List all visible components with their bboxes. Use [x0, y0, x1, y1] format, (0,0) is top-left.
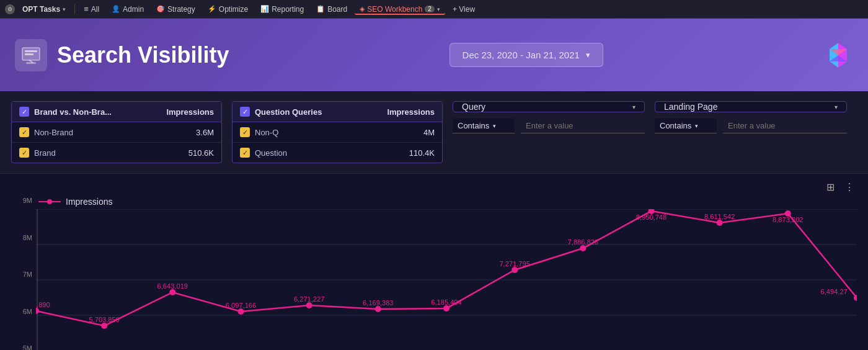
svg-text:8,611,542: 8,611,542: [704, 213, 735, 220]
non-brand-value: 3.6M: [196, 128, 214, 137]
app-gear-icon[interactable]: ⚙: [5, 4, 15, 14]
chart-svg: 6,111,890 5,703,859 6,643,019 6,097,166 …: [36, 209, 857, 350]
nav-admin-label: Admin: [123, 5, 144, 14]
svg-point-15: [36, 308, 39, 314]
svg-text:6,643,019: 6,643,019: [157, 282, 188, 290]
nav-add-view[interactable]: + View: [448, 4, 480, 15]
y-label-8m: 8M: [23, 234, 32, 241]
landing-page-contains-dropdown[interactable]: Contains ▾: [655, 119, 717, 133]
svg-marker-5: [838, 43, 847, 68]
y-label-9m: 9M: [23, 197, 32, 204]
non-q-row: ✓ Non-Q 4M: [232, 122, 442, 143]
y-label-7m: 7M: [23, 271, 32, 278]
logo: [823, 40, 853, 70]
svg-text:6,111,890: 6,111,890: [36, 301, 50, 308]
nav-divider: [74, 4, 75, 14]
question-label: Question: [255, 148, 287, 158]
svg-point-17: [169, 289, 175, 295]
svg-point-20: [375, 306, 381, 312]
landing-page-contains-row: Contains ▾: [655, 119, 847, 133]
non-q-label: Non-Q: [255, 128, 278, 137]
query-value-input[interactable]: [521, 119, 645, 133]
brand-checkbox[interactable]: ✓: [19, 107, 29, 117]
topnav: ⚙ OPT Tasks ▾ ≡ All 👤 Admin 🎯 Strategy ⚡…: [0, 0, 868, 19]
filter-section: ✓ Brand vs. Non-Bra... Impressions ✓ Non…: [0, 91, 868, 174]
landing-page-label: Landing Page: [664, 102, 717, 112]
question-filter-card: ✓ Question Queries Impressions ✓ Non-Q 4…: [232, 101, 443, 163]
non-q-checkbox[interactable]: ✓: [240, 127, 250, 137]
nav-admin[interactable]: 👤 Admin: [107, 4, 149, 15]
brand-card-title: Brand vs. Non-Bra...: [34, 107, 112, 117]
svg-text:6,097,166: 6,097,166: [226, 302, 256, 309]
svg-text:8,873,202: 8,873,202: [773, 216, 803, 223]
query-dropdown[interactable]: Query ▾: [453, 101, 645, 112]
query-filter-group: Query ▾ Contains ▾: [453, 101, 645, 133]
query-dropdown-label: Query: [462, 102, 485, 112]
nav-board-label: Board: [327, 5, 347, 14]
non-brand-checkbox[interactable]: ✓: [19, 127, 29, 137]
header-banner: Search Visibility Dec 23, 2020 - Jan 21,…: [0, 19, 868, 91]
non-brand-row: ✓ Non-Brand 3.6M: [12, 122, 221, 143]
nav-optimize[interactable]: ⚡ Optimize: [203, 4, 253, 15]
svg-rect-2: [25, 53, 33, 55]
nav-all-label: All: [91, 5, 99, 14]
question-checkbox[interactable]: ✓: [240, 107, 250, 117]
brand-value: 510.6K: [188, 148, 214, 158]
query-contains-arrow: ▾: [493, 123, 496, 129]
svg-rect-1: [25, 50, 37, 52]
chart-more-button[interactable]: ⋮: [842, 180, 857, 194]
brand-card-metric: Impressions: [166, 107, 214, 117]
date-range-picker[interactable]: Dec 23, 2020 - Jan 21, 2021 ▾: [450, 43, 603, 67]
nav-board[interactable]: 📋 Board: [311, 4, 352, 15]
svg-text:7,886,826: 7,886,826: [568, 238, 598, 246]
svg-text:6,185,404: 6,185,404: [431, 298, 461, 306]
chart-toolbar: ⊞ ⋮: [11, 180, 857, 194]
svg-point-18: [237, 308, 244, 315]
svg-rect-4: [26, 62, 36, 64]
query-contains-row: Contains ▾: [453, 119, 645, 133]
query-dropdown-arrow: ▾: [632, 104, 636, 110]
header-left: Search Visibility: [15, 39, 229, 71]
question-row-checkbox[interactable]: ✓: [240, 148, 250, 158]
non-brand-label: Non-Brand: [34, 128, 73, 137]
svg-point-16: [101, 323, 107, 329]
question-row: ✓ Question 110.4K: [232, 143, 442, 163]
y-label-5m: 5M: [23, 344, 32, 350]
header-icon: [15, 39, 47, 71]
query-contains-dropdown[interactable]: Contains ▾: [453, 119, 515, 133]
page-title: Search Visibility: [57, 42, 229, 68]
nav-all[interactable]: ≡ All: [79, 3, 104, 15]
svg-point-19: [306, 302, 312, 308]
svg-text:6,494,27: 6,494,27: [821, 288, 848, 295]
question-card-header: ✓ Question Queries Impressions: [232, 102, 442, 122]
nav-seo-label: SEO Workbench: [367, 5, 422, 14]
nav-optimize-label: Optimize: [219, 5, 248, 14]
brand-filter-card: ✓ Brand vs. Non-Bra... Impressions ✓ Non…: [11, 101, 222, 163]
nav-seo-workbench[interactable]: ◈ SEO Workbench 2 ▾: [355, 4, 445, 15]
svg-point-21: [443, 305, 450, 312]
chart-type-button[interactable]: ⊞: [824, 180, 837, 194]
svg-text:6,169,383: 6,169,383: [363, 299, 393, 307]
svg-text:5,703,859: 5,703,859: [89, 316, 119, 323]
chart-area: ⊞ ⋮ 9M 8M 7M 6M 5M Impressions: [0, 174, 868, 350]
question-card-metric: Impressions: [387, 107, 435, 117]
date-picker-arrow: ▾: [586, 50, 590, 60]
chart-svg-wrapper: Impressions: [36, 197, 857, 350]
app-name-label: OPT Tasks: [22, 5, 60, 14]
landing-page-filter-group: Landing Page ▾ Contains ▾: [655, 101, 847, 133]
nav-strategy-label: Strategy: [167, 5, 195, 14]
landing-page-dropdown[interactable]: Landing Page ▾: [655, 101, 847, 112]
landing-page-contains-arrow: ▾: [695, 123, 698, 129]
svg-text:6,271,227: 6,271,227: [294, 295, 324, 303]
y-axis: 9M 8M 7M 6M 5M: [11, 197, 36, 350]
nav-add-view-label: + View: [453, 5, 475, 14]
query-contains-label: Contains: [458, 121, 489, 130]
nav-strategy[interactable]: 🎯 Strategy: [151, 4, 200, 15]
app-name[interactable]: OPT Tasks ▾: [17, 4, 71, 15]
chart-legend-label: Impressions: [66, 197, 112, 207]
landing-page-value-input[interactable]: [723, 119, 847, 133]
y-label-6m: 6M: [23, 308, 32, 315]
nav-reporting[interactable]: 📊 Reporting: [255, 4, 309, 15]
question-card-title: Question Queries: [255, 107, 322, 117]
brand-checkbox-row[interactable]: ✓: [19, 148, 29, 158]
